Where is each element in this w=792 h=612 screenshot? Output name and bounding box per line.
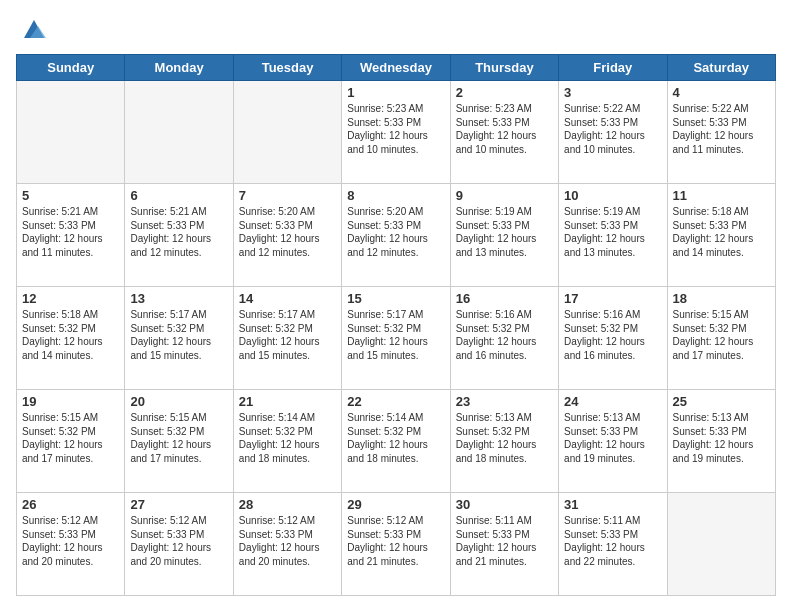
weekday-header-row: SundayMondayTuesdayWednesdayThursdayFrid…: [17, 55, 776, 81]
calendar-cell: 7Sunrise: 5:20 AM Sunset: 5:33 PM Daylig…: [233, 184, 341, 287]
logo-icon: [20, 16, 48, 44]
weekday-header-saturday: Saturday: [667, 55, 775, 81]
day-info: Sunrise: 5:17 AM Sunset: 5:32 PM Dayligh…: [130, 308, 227, 362]
page: SundayMondayTuesdayWednesdayThursdayFrid…: [0, 0, 792, 612]
day-number: 1: [347, 85, 444, 100]
day-number: 13: [130, 291, 227, 306]
calendar-cell: [125, 81, 233, 184]
day-number: 7: [239, 188, 336, 203]
calendar-cell: 25Sunrise: 5:13 AM Sunset: 5:33 PM Dayli…: [667, 390, 775, 493]
day-info: Sunrise: 5:12 AM Sunset: 5:33 PM Dayligh…: [239, 514, 336, 568]
calendar-cell: 30Sunrise: 5:11 AM Sunset: 5:33 PM Dayli…: [450, 493, 558, 596]
day-info: Sunrise: 5:15 AM Sunset: 5:32 PM Dayligh…: [673, 308, 770, 362]
calendar-cell: [17, 81, 125, 184]
calendar: SundayMondayTuesdayWednesdayThursdayFrid…: [16, 54, 776, 596]
week-row-0: 1Sunrise: 5:23 AM Sunset: 5:33 PM Daylig…: [17, 81, 776, 184]
calendar-cell: 10Sunrise: 5:19 AM Sunset: 5:33 PM Dayli…: [559, 184, 667, 287]
day-number: 11: [673, 188, 770, 203]
day-number: 15: [347, 291, 444, 306]
day-number: 14: [239, 291, 336, 306]
day-number: 30: [456, 497, 553, 512]
weekday-header-tuesday: Tuesday: [233, 55, 341, 81]
week-row-2: 12Sunrise: 5:18 AM Sunset: 5:32 PM Dayli…: [17, 287, 776, 390]
day-number: 4: [673, 85, 770, 100]
day-number: 21: [239, 394, 336, 409]
day-info: Sunrise: 5:22 AM Sunset: 5:33 PM Dayligh…: [564, 102, 661, 156]
day-number: 26: [22, 497, 119, 512]
day-number: 2: [456, 85, 553, 100]
calendar-cell: 8Sunrise: 5:20 AM Sunset: 5:33 PM Daylig…: [342, 184, 450, 287]
day-info: Sunrise: 5:22 AM Sunset: 5:33 PM Dayligh…: [673, 102, 770, 156]
day-info: Sunrise: 5:13 AM Sunset: 5:32 PM Dayligh…: [456, 411, 553, 465]
day-number: 22: [347, 394, 444, 409]
day-info: Sunrise: 5:15 AM Sunset: 5:32 PM Dayligh…: [22, 411, 119, 465]
day-number: 31: [564, 497, 661, 512]
calendar-cell: 20Sunrise: 5:15 AM Sunset: 5:32 PM Dayli…: [125, 390, 233, 493]
day-info: Sunrise: 5:13 AM Sunset: 5:33 PM Dayligh…: [673, 411, 770, 465]
calendar-cell: 23Sunrise: 5:13 AM Sunset: 5:32 PM Dayli…: [450, 390, 558, 493]
day-number: 18: [673, 291, 770, 306]
day-info: Sunrise: 5:12 AM Sunset: 5:33 PM Dayligh…: [347, 514, 444, 568]
day-info: Sunrise: 5:17 AM Sunset: 5:32 PM Dayligh…: [347, 308, 444, 362]
day-number: 28: [239, 497, 336, 512]
calendar-cell: 11Sunrise: 5:18 AM Sunset: 5:33 PM Dayli…: [667, 184, 775, 287]
weekday-header-thursday: Thursday: [450, 55, 558, 81]
day-number: 16: [456, 291, 553, 306]
weekday-header-monday: Monday: [125, 55, 233, 81]
day-number: 17: [564, 291, 661, 306]
calendar-cell: 16Sunrise: 5:16 AM Sunset: 5:32 PM Dayli…: [450, 287, 558, 390]
calendar-cell: 18Sunrise: 5:15 AM Sunset: 5:32 PM Dayli…: [667, 287, 775, 390]
day-number: 19: [22, 394, 119, 409]
week-row-4: 26Sunrise: 5:12 AM Sunset: 5:33 PM Dayli…: [17, 493, 776, 596]
calendar-cell: 12Sunrise: 5:18 AM Sunset: 5:32 PM Dayli…: [17, 287, 125, 390]
calendar-cell: 31Sunrise: 5:11 AM Sunset: 5:33 PM Dayli…: [559, 493, 667, 596]
day-info: Sunrise: 5:20 AM Sunset: 5:33 PM Dayligh…: [239, 205, 336, 259]
calendar-cell: 5Sunrise: 5:21 AM Sunset: 5:33 PM Daylig…: [17, 184, 125, 287]
day-info: Sunrise: 5:18 AM Sunset: 5:33 PM Dayligh…: [673, 205, 770, 259]
calendar-cell: 9Sunrise: 5:19 AM Sunset: 5:33 PM Daylig…: [450, 184, 558, 287]
day-number: 29: [347, 497, 444, 512]
day-info: Sunrise: 5:20 AM Sunset: 5:33 PM Dayligh…: [347, 205, 444, 259]
day-info: Sunrise: 5:23 AM Sunset: 5:33 PM Dayligh…: [456, 102, 553, 156]
calendar-cell: 13Sunrise: 5:17 AM Sunset: 5:32 PM Dayli…: [125, 287, 233, 390]
day-info: Sunrise: 5:21 AM Sunset: 5:33 PM Dayligh…: [130, 205, 227, 259]
day-info: Sunrise: 5:23 AM Sunset: 5:33 PM Dayligh…: [347, 102, 444, 156]
week-row-1: 5Sunrise: 5:21 AM Sunset: 5:33 PM Daylig…: [17, 184, 776, 287]
day-number: 6: [130, 188, 227, 203]
calendar-cell: 17Sunrise: 5:16 AM Sunset: 5:32 PM Dayli…: [559, 287, 667, 390]
weekday-header-sunday: Sunday: [17, 55, 125, 81]
day-info: Sunrise: 5:16 AM Sunset: 5:32 PM Dayligh…: [564, 308, 661, 362]
calendar-cell: 29Sunrise: 5:12 AM Sunset: 5:33 PM Dayli…: [342, 493, 450, 596]
day-number: 10: [564, 188, 661, 203]
calendar-cell: 27Sunrise: 5:12 AM Sunset: 5:33 PM Dayli…: [125, 493, 233, 596]
day-info: Sunrise: 5:15 AM Sunset: 5:32 PM Dayligh…: [130, 411, 227, 465]
day-number: 27: [130, 497, 227, 512]
calendar-cell: 4Sunrise: 5:22 AM Sunset: 5:33 PM Daylig…: [667, 81, 775, 184]
day-info: Sunrise: 5:16 AM Sunset: 5:32 PM Dayligh…: [456, 308, 553, 362]
weekday-header-wednesday: Wednesday: [342, 55, 450, 81]
calendar-cell: 1Sunrise: 5:23 AM Sunset: 5:33 PM Daylig…: [342, 81, 450, 184]
day-info: Sunrise: 5:12 AM Sunset: 5:33 PM Dayligh…: [130, 514, 227, 568]
day-info: Sunrise: 5:12 AM Sunset: 5:33 PM Dayligh…: [22, 514, 119, 568]
day-number: 8: [347, 188, 444, 203]
day-info: Sunrise: 5:19 AM Sunset: 5:33 PM Dayligh…: [564, 205, 661, 259]
calendar-cell: 26Sunrise: 5:12 AM Sunset: 5:33 PM Dayli…: [17, 493, 125, 596]
day-number: 25: [673, 394, 770, 409]
calendar-cell: [233, 81, 341, 184]
day-info: Sunrise: 5:21 AM Sunset: 5:33 PM Dayligh…: [22, 205, 119, 259]
calendar-cell: 14Sunrise: 5:17 AM Sunset: 5:32 PM Dayli…: [233, 287, 341, 390]
day-info: Sunrise: 5:18 AM Sunset: 5:32 PM Dayligh…: [22, 308, 119, 362]
day-number: 24: [564, 394, 661, 409]
day-number: 12: [22, 291, 119, 306]
week-row-3: 19Sunrise: 5:15 AM Sunset: 5:32 PM Dayli…: [17, 390, 776, 493]
day-info: Sunrise: 5:14 AM Sunset: 5:32 PM Dayligh…: [239, 411, 336, 465]
day-info: Sunrise: 5:17 AM Sunset: 5:32 PM Dayligh…: [239, 308, 336, 362]
day-number: 3: [564, 85, 661, 100]
calendar-cell: 2Sunrise: 5:23 AM Sunset: 5:33 PM Daylig…: [450, 81, 558, 184]
day-info: Sunrise: 5:11 AM Sunset: 5:33 PM Dayligh…: [456, 514, 553, 568]
calendar-cell: 28Sunrise: 5:12 AM Sunset: 5:33 PM Dayli…: [233, 493, 341, 596]
day-info: Sunrise: 5:11 AM Sunset: 5:33 PM Dayligh…: [564, 514, 661, 568]
calendar-cell: 21Sunrise: 5:14 AM Sunset: 5:32 PM Dayli…: [233, 390, 341, 493]
calendar-cell: 3Sunrise: 5:22 AM Sunset: 5:33 PM Daylig…: [559, 81, 667, 184]
day-info: Sunrise: 5:13 AM Sunset: 5:33 PM Dayligh…: [564, 411, 661, 465]
